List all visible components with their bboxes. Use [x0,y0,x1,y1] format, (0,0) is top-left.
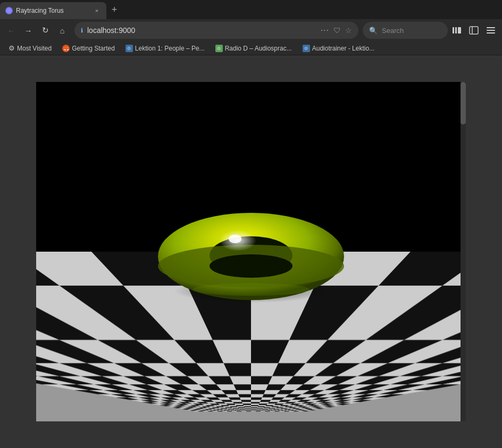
scrollbar-track[interactable] [461,82,466,421]
radiod-favicon: ◎ [215,45,223,52]
svg-rect-3 [470,27,478,34]
back-button[interactable]: ← [3,22,19,38]
lektion1-favicon: ◎ [126,45,133,52]
bookmark-radio-d[interactable]: ◎ Radio D – Audiosprac... [211,44,296,53]
reload-button[interactable]: ↻ [37,22,53,38]
search-placeholder: Search [382,27,404,35]
forward-button[interactable]: → [20,22,36,38]
library-button[interactable] [449,22,465,38]
torus-bottom-hole [210,254,292,278]
new-tab-button[interactable]: + [106,2,122,18]
sidebar-button[interactable] [466,22,482,38]
address-options-button[interactable]: ··· [321,26,329,35]
tab-favicon [5,7,13,14]
bookmark-label: Lektion 1: People – Pe... [135,45,205,52]
svg-rect-7 [487,32,495,34]
bookmark-lektion1[interactable]: ◎ Lektion 1: People – Pe... [121,44,209,53]
svg-rect-1 [455,27,457,34]
security-icon: ℹ [81,27,83,34]
url-display: localhost:9000 [87,26,316,35]
home-button[interactable]: ⌂ [54,22,70,38]
svg-rect-0 [453,27,454,34]
navbar: ← → ↻ ⌂ ℹ localhost:9000 ··· 🛡 ☆ 🔍 Searc… [0,19,502,42]
firefox-favicon: 🦊 [62,45,70,52]
torus-specular [229,235,241,243]
tab-close-button[interactable]: × [93,6,101,15]
scrollbar-thumb[interactable] [461,82,466,125]
bookmark-star-icon[interactable]: ☆ [345,26,352,35]
content-area: .white { fill: #cccccc; } .black { fill:… [0,55,502,448]
menu-button[interactable] [483,22,499,38]
svg-rect-6 [487,30,495,31]
gear-icon: ⚙ [9,44,15,52]
search-bar[interactable]: 🔍 Search [363,22,448,39]
torus-object [150,187,352,304]
search-icon: 🔍 [369,27,378,35]
titlebar-spacer [122,0,502,19]
shield-icon: 🛡 [333,26,341,35]
tab-title: Raytracing Torus [16,7,89,14]
svg-rect-2 [458,27,461,34]
bookmarks-bar: ⚙ Most Visited 🦊 Getting Started ◎ Lekti… [0,42,502,55]
bookmark-most-visited[interactable]: ⚙ Most Visited [4,43,56,53]
address-bar[interactable]: ℹ localhost:9000 ··· 🛡 ☆ [74,22,358,39]
bookmark-label: Radio D – Audiosprac... [225,45,292,52]
torus-floor-reflection [193,283,309,296]
bookmark-label: Audiotrainer - Lektio... [312,45,374,52]
active-tab[interactable]: Raytracing Torus × [0,2,106,19]
bookmark-label: Getting Started [72,45,115,52]
bookmark-label: Most Visited [17,45,52,52]
svg-rect-5 [487,27,495,28]
bookmark-getting-started[interactable]: 🦊 Getting Started [58,44,119,53]
audiotrainer-favicon: ◎ [303,45,310,52]
render-canvas: .white { fill: #cccccc; } .black { fill:… [36,82,466,421]
titlebar: Raytracing Torus × + [0,0,502,19]
bookmark-audiotrainer[interactable]: ◎ Audiotrainer - Lektio... [298,44,379,53]
